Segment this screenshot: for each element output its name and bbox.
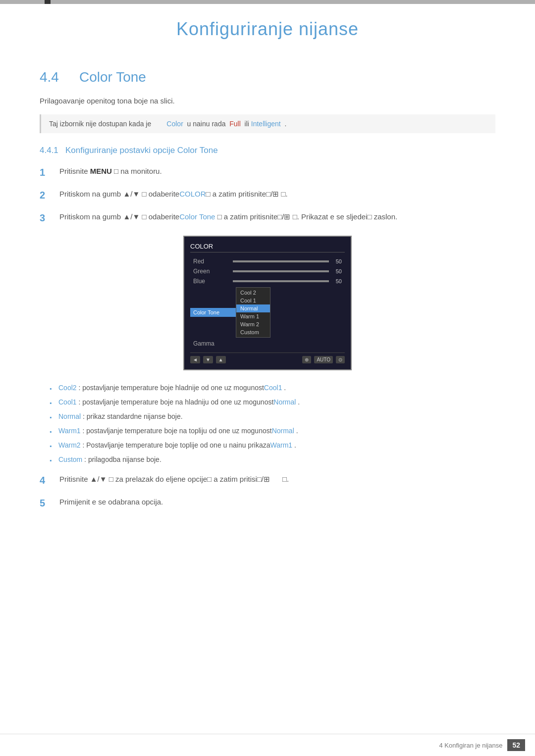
step-2-text: Pritiskom na gumb ▲/▼ □ odaberiteCOLOR□ … xyxy=(59,187,495,200)
section-number: 4.4 xyxy=(40,69,69,85)
bullet-cool1: ▪ Cool1 : postavljanje temperature boje … xyxy=(50,397,495,407)
bullet-list: ▪ Cool2 : postavljanje temperature boje … xyxy=(50,383,495,465)
section-description: Prilagoavanje openitog tona boje na slic… xyxy=(40,95,495,107)
monitor-box: COLOR Red 50 Green 50 Blue xyxy=(183,236,352,370)
section-title: Color Tone xyxy=(79,69,146,85)
monitor-item-blue: Blue 50 xyxy=(190,276,345,286)
bullet-text-cool2: Cool2 : postavljanje temperature boje hl… xyxy=(58,383,286,393)
note-full-word: Full xyxy=(229,120,241,128)
step-5-number: 5 xyxy=(40,495,52,511)
footer-auto-icon: AUTO xyxy=(314,356,333,363)
subsection-title: Konfiguriranje postavki opcije Color Ton… xyxy=(65,146,218,155)
footer-power-icon: ⊙ xyxy=(336,356,345,363)
bullet-icon-normal: ▪ xyxy=(50,413,54,422)
step-4-number: 4 xyxy=(40,472,52,488)
step-1-text: Pritisnite MENU □ na monitoru. xyxy=(59,164,495,177)
bullet-text-normal: Normal : prikaz standardne nijanse boje. xyxy=(58,411,183,422)
step-5: 5 Primijenit е se odabrana opcija. xyxy=(40,495,495,511)
bullet-icon-warm1: ▪ xyxy=(50,427,54,436)
slider-red: 50 xyxy=(233,258,342,264)
bullet-icon-warm2: ▪ xyxy=(50,442,54,451)
note-intelligent-word: Intelligent xyxy=(251,120,281,128)
section-heading: 4.4 Color Tone xyxy=(40,69,495,85)
monitor-item-red: Red 50 xyxy=(190,256,345,266)
top-bar xyxy=(0,0,535,4)
content-area: 4.4 Color Tone Prilagoavanje openitog to… xyxy=(0,69,535,511)
monitor-item-gamma: Gamma xyxy=(190,339,345,349)
dropdown-warm2: Warm 2 xyxy=(236,320,270,328)
step-3-number: 3 xyxy=(40,210,52,226)
footer-left-icon: ◄ xyxy=(190,356,200,363)
dropdown-custom: Custom xyxy=(236,328,270,336)
page-footer: 4 Konfigiran je nijanse 52 xyxy=(0,734,535,756)
note-color-word: Color xyxy=(166,120,183,128)
slider-blue: 50 xyxy=(233,278,342,284)
bullet-text-warm2: Warm2 : Postavljanje temperature boje to… xyxy=(58,440,296,451)
step-3-text: Pritiskom na gumb ▲/▼ □ odaberiteColor T… xyxy=(59,210,495,223)
step-4-text: Pritisnite ▲/▼ □ za prelazak do eljene o… xyxy=(59,472,495,485)
bullet-text-cool1: Cool1 : postavljanje temperature boje na… xyxy=(58,397,300,407)
step-3: 3 Pritiskom na gumb ▲/▼ □ odaberiteColor… xyxy=(40,210,495,226)
footer-down-icon: ▼ xyxy=(203,356,213,363)
steps-4-5-list: 4 Pritisnite ▲/▼ □ za prelazak do eljene… xyxy=(40,472,495,511)
dropdown-normal: Normal xyxy=(236,304,270,312)
colortone-dropdown: Cool 2 Cool 1 Normal Warm 1 Warm 2 Custo… xyxy=(236,287,270,338)
footer-chapter-text: 4 Konfigiran je nijanse xyxy=(439,742,503,749)
subsection-number: 4.4.1 xyxy=(40,146,58,155)
step-2-number: 2 xyxy=(40,187,52,203)
bullet-icon-cool2: ▪ xyxy=(50,384,54,393)
monitor-footer: ◄ ▼ ▲ ⊕ AUTO ⊙ xyxy=(190,353,345,363)
steps-list: 1 Pritisnite MENU □ na monitoru. 2 Priti… xyxy=(40,164,495,226)
bullet-custom: ▪ Custom : prilagodba nijanse boje. xyxy=(50,454,495,465)
step-1: 1 Pritisnite MENU □ na monitoru. xyxy=(40,164,495,180)
bullet-warm2: ▪ Warm2 : Postavljanje temperature boje … xyxy=(50,440,495,451)
footer-right-icons: ⊕ AUTO ⊙ xyxy=(302,356,345,363)
slider-green: 50 xyxy=(233,268,342,274)
note-box: Taj izbornik nije dostupan kada je Color… xyxy=(40,114,495,133)
monitor-item-colortone: Color Tone xyxy=(190,308,236,317)
bullet-icon-custom: ▪ xyxy=(50,456,54,465)
subsection-heading: 4.4.1 Konfiguriranje postavki opcije Col… xyxy=(40,146,495,155)
dropdown-warm1: Warm 1 xyxy=(236,312,270,320)
bullet-text-custom: Custom : prilagodba nijanse boje. xyxy=(58,454,161,465)
page-number: 52 xyxy=(507,739,525,751)
bullet-icon-cool1: ▪ xyxy=(50,399,54,407)
step-1-number: 1 xyxy=(40,164,52,180)
bullet-normal: ▪ Normal : prikaz standardne nijanse boj… xyxy=(50,411,495,422)
step-4: 4 Pritisnite ▲/▼ □ za prelazak do eljene… xyxy=(40,472,495,488)
step-5-text: Primijenit е se odabrana opcija. xyxy=(59,495,495,508)
monitor-diagram: COLOR Red 50 Green 50 Blue xyxy=(40,236,495,370)
step-2: 2 Pritiskom na gumb ▲/▼ □ odaberiteCOLOR… xyxy=(40,187,495,203)
bullet-cool2: ▪ Cool2 : postavljanje temperature boje … xyxy=(50,383,495,393)
monitor-item-green: Green 50 xyxy=(190,266,345,276)
monitor-header: COLOR xyxy=(190,243,345,252)
top-bar-accent xyxy=(45,0,51,4)
bullet-warm1: ▪ Warm1 : postavljanje temperature boje … xyxy=(50,426,495,436)
dropdown-cool1: Cool 1 xyxy=(236,297,270,304)
footer-icons: ◄ ▼ ▲ xyxy=(190,356,226,363)
bullet-text-warm1: Warm1 : postavljanje temperature boje na… xyxy=(58,426,298,436)
footer-up-icon: ▲ xyxy=(216,356,226,363)
dropdown-cool2: Cool 2 xyxy=(236,289,270,297)
page-main-title: Konfiguriranje nijanse xyxy=(0,4,535,69)
footer-enter-icon: ⊕ xyxy=(302,356,311,363)
